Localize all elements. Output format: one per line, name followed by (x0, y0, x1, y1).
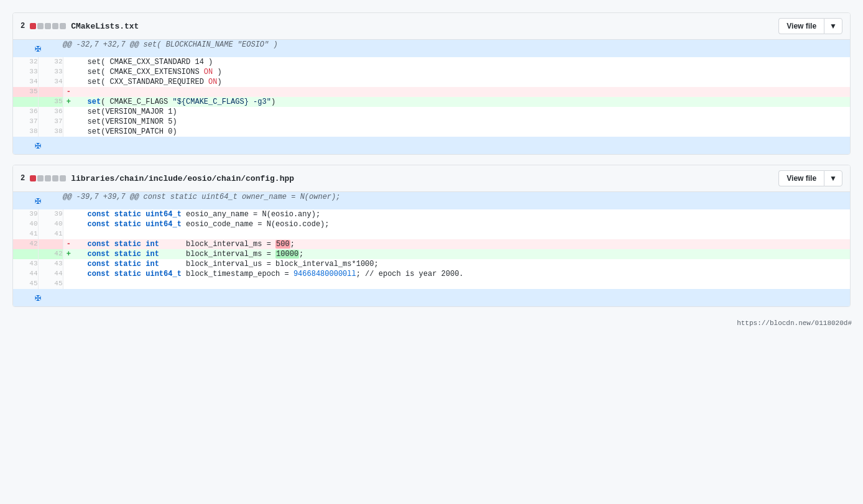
line-num-right: 38 (38, 127, 63, 137)
line-code: set(VERSION_PATCH 0) (74, 127, 850, 137)
line-sign (63, 127, 74, 137)
line-code: set( CMAKE_C_FLAGS "${CMAKE_C_FLAGS} -g3… (74, 97, 850, 107)
line-num-left: 40 (13, 219, 38, 229)
view-file-button-1[interactable]: View file (778, 18, 824, 34)
hunk-expand-icon-2[interactable]: ✠ (13, 192, 63, 209)
line-sign (63, 269, 74, 279)
table-row: 33 33 set( CMAKE_CXX_EXTENSIONS ON ) (13, 67, 850, 77)
view-file-dropdown-2[interactable]: ▼ (824, 170, 842, 186)
view-file-button-2[interactable]: View file (778, 170, 824, 186)
diff-header-left-2: 2 libraries/chain/include/eosio/chain/co… (21, 174, 778, 183)
line-sign: - (63, 239, 74, 249)
line-sign (63, 77, 74, 87)
line-num-left (13, 97, 38, 107)
table-row: 32 32 set( CMAKE_CXX_STANDARD 14 ) (13, 57, 850, 67)
line-num-left: 45 (13, 279, 38, 289)
indicator-gray-2c (52, 175, 58, 181)
line-num-right: 44 (38, 269, 63, 279)
line-num-right: 36 (38, 107, 63, 117)
line-code: const static uint64_t block_timestamp_ep… (74, 269, 850, 279)
line-num-right: 32 (38, 57, 63, 67)
line-num-right (38, 239, 63, 249)
table-row: 36 36 set(VERSION_MAJOR 1) (13, 107, 850, 117)
diff-table-2: ✠ @@ -39,7 +39,7 @@ const static uint64_… (13, 192, 850, 306)
indicator-gray-1c (52, 23, 58, 29)
line-num-left: 34 (13, 77, 38, 87)
line-num-right: 40 (38, 219, 63, 229)
line-num-left: 41 (13, 229, 38, 239)
diff-header-right-1: View file ▼ (778, 18, 842, 34)
table-row: 40 40 const static uint64_t eosio_code_n… (13, 219, 850, 229)
line-num-left: 37 (13, 117, 38, 127)
line-code: set( CXX_STANDARD_REQUIRED ON) (74, 77, 850, 87)
line-num-left: 39 (13, 209, 38, 219)
hunk-expand-icon-1[interactable]: ✠ (13, 40, 63, 57)
line-num-right (38, 87, 63, 97)
hunk-info-1: @@ -32,7 +32,7 @@ set( BLOCKCHAIN_NAME "… (63, 40, 850, 57)
line-code: set( CMAKE_CXX_STANDARD 14 ) (74, 57, 850, 67)
line-num-right: 39 (38, 209, 63, 219)
table-row: 42 - const static int block_interval_ms … (13, 239, 850, 249)
file-name-2: libraries/chain/include/eosio/chain/conf… (71, 174, 294, 183)
line-code: const static int block_interval_ms = 100… (74, 249, 850, 259)
line-code: const static int block_interval_ms = 500… (74, 239, 850, 249)
footer-expand-icon-1[interactable]: ✠ (13, 137, 63, 154)
diff-header-2: 2 libraries/chain/include/eosio/chain/co… (13, 165, 850, 192)
diff-indicators-2 (30, 175, 66, 181)
table-row: 42 + const static int block_interval_ms … (13, 249, 850, 259)
indicator-gray-2d (60, 175, 66, 181)
indicator-gray-1b (45, 23, 51, 29)
line-code: set(VERSION_MAJOR 1) (74, 107, 850, 117)
line-sign (63, 219, 74, 229)
line-code (74, 279, 850, 289)
diff-header-left-1: 2 CMakeLists.txt (21, 22, 778, 31)
line-num-right: 34 (38, 77, 63, 87)
line-sign (63, 117, 74, 127)
footer-expand-area-2 (63, 289, 850, 306)
line-sign (63, 57, 74, 67)
line-sign (63, 229, 74, 239)
line-num-right: 42 (38, 249, 63, 259)
line-num-left: 42 (13, 239, 38, 249)
diff-header-1: 2 CMakeLists.txt View file ▼ (13, 13, 850, 40)
diff-file-1: 2 CMakeLists.txt View file ▼ (12, 12, 851, 155)
line-num-right: 37 (38, 117, 63, 127)
line-num-right: 43 (38, 259, 63, 269)
line-num-left: 32 (13, 57, 38, 67)
line-code: set(VERSION_MINOR 5) (74, 117, 850, 127)
file-count-1: 2 (21, 22, 25, 30)
line-code: const static uint64_t eosio_code_name = … (74, 219, 850, 229)
view-file-dropdown-1[interactable]: ▼ (824, 18, 842, 34)
table-row: 34 34 set( CXX_STANDARD_REQUIRED ON) (13, 77, 850, 87)
line-code (74, 229, 850, 239)
hunk-info-2: @@ -39,7 +39,7 @@ const static uint64_t … (63, 192, 850, 209)
table-row: 37 37 set(VERSION_MINOR 5) (13, 117, 850, 127)
diff-indicators-1 (30, 23, 66, 29)
indicator-red-1 (30, 23, 36, 29)
line-num-left: 33 (13, 67, 38, 77)
line-sign (63, 67, 74, 77)
line-sign (63, 279, 74, 289)
footer-expand-icon-2[interactable]: ✠ (13, 289, 63, 306)
indicator-gray-2b (45, 175, 51, 181)
file-count-2: 2 (21, 174, 25, 183)
table-row: 35 + set( CMAKE_C_FLAGS "${CMAKE_C_FLAGS… (13, 97, 850, 107)
indicator-gray-1a (37, 23, 44, 29)
line-sign: + (63, 249, 74, 259)
line-sign (63, 259, 74, 269)
indicator-gray-1d (60, 23, 66, 29)
url-hint: https://blocdn.new/0118020d# (6, 317, 857, 329)
file-name-1: CMakeLists.txt (71, 22, 139, 31)
line-num-left: 43 (13, 259, 38, 269)
table-row: 45 45 (13, 279, 850, 289)
diff-table-1: ✠ @@ -32,7 +32,7 @@ set( BLOCKCHAIN_NAME… (13, 40, 850, 154)
line-num-right: 45 (38, 279, 63, 289)
table-row: 38 38 set(VERSION_PATCH 0) (13, 127, 850, 137)
footer-expand-row-2: ✠ (13, 289, 850, 306)
line-num-right: 33 (38, 67, 63, 77)
line-code: const static uint64_t eosio_any_name = N… (74, 209, 850, 219)
line-code (74, 87, 850, 97)
indicator-red-2 (30, 175, 36, 181)
line-num-left: 36 (13, 107, 38, 117)
line-num-left: 38 (13, 127, 38, 137)
